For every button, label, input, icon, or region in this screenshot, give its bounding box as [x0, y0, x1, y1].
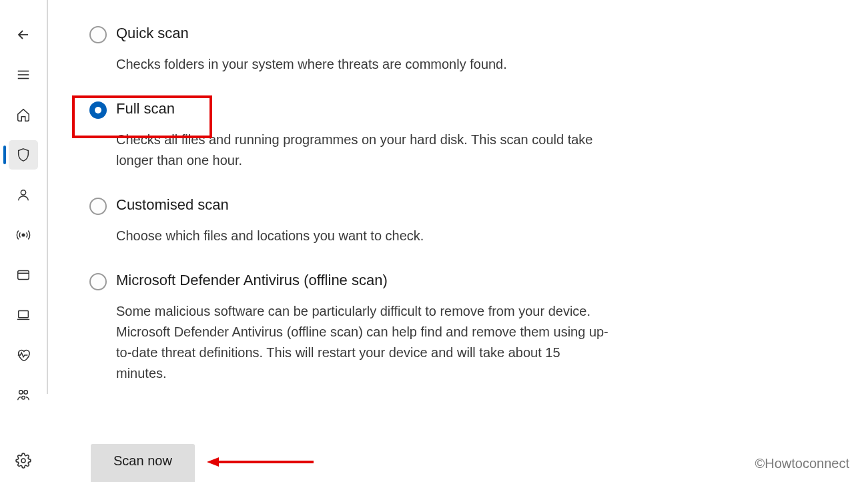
nav-family[interactable] — [9, 381, 38, 410]
option-desc: Checks all files and running programmes … — [116, 130, 610, 171]
broadcast-icon — [15, 228, 31, 242]
nav-virus-protection[interactable] — [9, 140, 38, 170]
option-quick-scan[interactable]: Quick scan Checks folders in your system… — [89, 25, 610, 75]
option-full-scan[interactable]: Full scan Checks all files and running p… — [89, 100, 610, 171]
family-icon — [15, 388, 31, 403]
radio-quick-scan[interactable] — [89, 26, 107, 43]
window-icon — [16, 268, 31, 282]
nav-device-performance[interactable] — [9, 340, 38, 370]
person-icon — [16, 188, 31, 202]
option-desc: Some malicious software can be particula… — [116, 301, 610, 384]
annotation-arrow — [207, 455, 314, 469]
svg-point-6 — [22, 396, 25, 399]
scan-options-panel: Quick scan Checks folders in your system… — [48, 0, 868, 482]
option-title: Microsoft Defender Antivirus (offline sc… — [116, 272, 610, 289]
back-button[interactable] — [9, 20, 38, 49]
svg-point-7 — [21, 459, 25, 463]
watermark: ©Howtoconnect — [755, 456, 849, 471]
arrow-left-red-icon — [207, 455, 314, 469]
laptop-icon — [15, 308, 31, 322]
heart-pulse-icon — [15, 348, 31, 363]
option-offline-scan[interactable]: Microsoft Defender Antivirus (offline sc… — [89, 272, 610, 384]
arrow-left-icon — [15, 27, 31, 43]
radio-customised-scan[interactable] — [89, 198, 107, 215]
nav-home[interactable] — [9, 100, 38, 130]
radio-offline-scan[interactable] — [89, 273, 107, 290]
sidebar — [0, 0, 47, 482]
svg-point-1 — [22, 234, 25, 236]
option-customised-scan[interactable]: Customised scan Choose which files and l… — [89, 196, 610, 246]
nav-settings[interactable] — [9, 446, 38, 475]
svg-rect-3 — [19, 311, 29, 318]
scan-row: Scan now — [91, 444, 314, 482]
home-icon — [16, 107, 31, 122]
svg-marker-9 — [207, 457, 219, 467]
nav-device-security[interactable] — [9, 300, 38, 330]
nav-account[interactable] — [9, 180, 38, 210]
option-title: Full scan — [116, 100, 610, 117]
option-title: Customised scan — [116, 196, 610, 214]
nav-app-browser[interactable] — [9, 260, 38, 290]
svg-point-0 — [21, 190, 25, 195]
gear-icon — [15, 453, 31, 469]
shield-icon — [16, 148, 31, 162]
scan-now-button[interactable]: Scan now — [91, 444, 195, 482]
option-desc: Choose which files and locations you wan… — [116, 226, 610, 246]
svg-rect-2 — [18, 271, 29, 280]
hamburger-icon — [16, 67, 31, 82]
svg-point-4 — [19, 391, 23, 395]
menu-button[interactable] — [9, 60, 38, 89]
radio-full-scan[interactable] — [89, 101, 107, 119]
nav-firewall[interactable] — [9, 220, 38, 250]
option-desc: Checks folders in your system where thre… — [116, 54, 610, 75]
option-title: Quick scan — [116, 25, 610, 42]
svg-point-5 — [24, 391, 27, 395]
